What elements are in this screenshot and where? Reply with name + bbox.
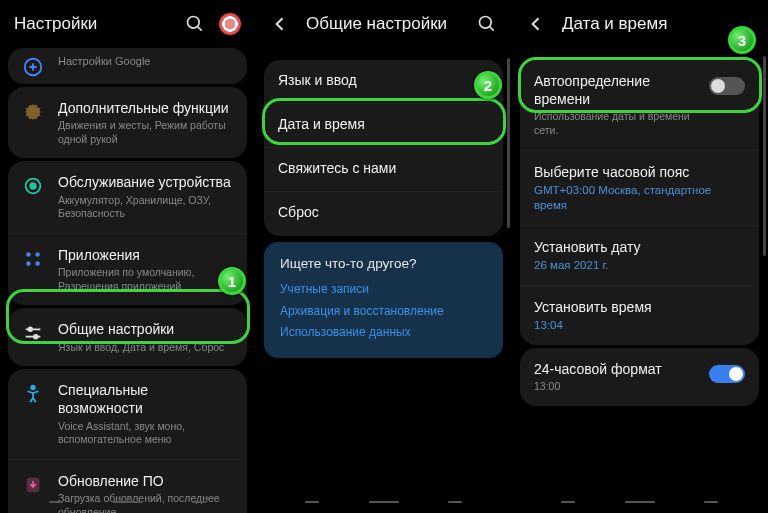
card-advanced[interactable]: Дополнительные функцииДвижения и жесты, … xyxy=(8,87,247,158)
toggle-24h[interactable] xyxy=(709,365,745,383)
row-device-care[interactable]: Обслуживание устройстваАккумулятор, Хран… xyxy=(8,161,247,233)
svg-point-11 xyxy=(28,328,32,332)
card-dt-main: Автоопределение времениИспользование дат… xyxy=(520,60,759,345)
svg-point-4 xyxy=(30,184,36,190)
row-sub: Voice Assistant, звук моно, вспомогатель… xyxy=(58,420,233,447)
sliders-icon xyxy=(22,322,44,344)
back-icon[interactable] xyxy=(270,14,290,34)
row-title: 24-часовой формат xyxy=(534,360,709,378)
nav-bar[interactable] xyxy=(0,491,255,513)
row-sub: Использование даты и времени сети. xyxy=(534,110,709,137)
row-accessibility[interactable]: Специальные возможностиVoice Assistant, … xyxy=(8,369,247,460)
accessibility-icon xyxy=(22,383,44,405)
row-set-time[interactable]: Установить время13:04 xyxy=(520,286,759,345)
row-title: Выберите часовой пояс xyxy=(534,163,745,181)
suggest-heading: Ищете что-то другое? xyxy=(280,256,487,271)
row-title: Приложения xyxy=(58,246,233,264)
card-google[interactable]: Настройки Google xyxy=(8,48,247,84)
svg-point-7 xyxy=(26,261,31,266)
row-sub: Движения и жесты, Режим работы одной рук… xyxy=(58,119,233,146)
panel-settings: Настройки Настройки Google Дополнительны… xyxy=(0,0,256,513)
card-dt-format: 24-часовой формат13:00 xyxy=(520,348,759,406)
card-general[interactable]: Общие настройкиЯзык и ввод, Дата и время… xyxy=(8,308,247,366)
row-timezone[interactable]: Выберите часовой поясGMT+03:00 Москва, с… xyxy=(520,151,759,226)
row-language[interactable]: Язык и ввод xyxy=(264,60,503,104)
svg-line-1 xyxy=(198,27,202,31)
suggest-link[interactable]: Использование данных xyxy=(280,322,487,344)
row-sub: GMT+03:00 Москва, стандартное время xyxy=(534,183,745,213)
row-title: Настройки Google xyxy=(58,54,233,68)
header-title: Общие настройки xyxy=(306,14,477,34)
row-auto-time[interactable]: Автоопределение времениИспользование дат… xyxy=(520,60,759,151)
target-icon xyxy=(22,175,44,197)
panel-datetime: Дата и время Автоопределение времениИспо… xyxy=(512,0,768,513)
row-title: Дата и время xyxy=(278,115,489,133)
svg-point-13 xyxy=(31,386,35,390)
row-reset[interactable]: Сброс xyxy=(264,192,503,236)
svg-point-8 xyxy=(35,261,40,266)
row-title: Дополнительные функции xyxy=(58,99,233,117)
toggle-auto-time[interactable] xyxy=(709,77,745,95)
suggest-link[interactable]: Учетные записи xyxy=(280,279,487,301)
row-title: Специальные возможности xyxy=(58,381,233,417)
row-title: Автоопределение времени xyxy=(534,72,709,108)
row-title: Язык и ввод xyxy=(278,71,489,89)
row-title: Общие настройки xyxy=(58,320,233,338)
svg-point-6 xyxy=(35,252,40,257)
svg-point-0 xyxy=(188,17,200,29)
nav-bar[interactable] xyxy=(512,491,767,513)
svg-point-16 xyxy=(480,17,492,29)
svg-line-17 xyxy=(490,27,494,31)
row-apps[interactable]: ПриложенияПриложения по умолчанию, Разре… xyxy=(8,234,247,305)
gear-icon xyxy=(22,101,44,123)
row-datetime[interactable]: Дата и время xyxy=(264,104,503,148)
row-title: Установить время xyxy=(534,298,745,316)
search-icon[interactable] xyxy=(477,14,497,34)
row-sub: 26 мая 2021 г. xyxy=(534,258,745,273)
search-icon[interactable] xyxy=(185,14,205,34)
scrollbar[interactable] xyxy=(507,58,510,228)
panel-general: Общие настройки Язык и ввод Дата и время… xyxy=(256,0,512,513)
row-sub: Приложения по умолчанию, Разрешения прил… xyxy=(58,266,233,293)
row-sub: Язык и ввод, Дата и время, Сброс xyxy=(58,341,233,355)
svg-point-5 xyxy=(26,252,31,257)
avatar[interactable] xyxy=(219,13,241,35)
svg-point-12 xyxy=(34,335,38,339)
apps-icon xyxy=(22,248,44,270)
card-care: Обслуживание устройстваАккумулятор, Хран… xyxy=(8,161,247,305)
row-sub: Аккумулятор, Хранилище, ОЗУ, Безопасност… xyxy=(58,194,233,221)
scrollbar[interactable] xyxy=(763,56,766,256)
step-badge-1: 1 xyxy=(218,267,246,295)
header-title: Дата и время xyxy=(562,14,753,34)
row-title: Сброс xyxy=(278,203,489,221)
row-set-date[interactable]: Установить дату26 мая 2021 г. xyxy=(520,226,759,286)
back-icon[interactable] xyxy=(526,14,546,34)
google-icon xyxy=(22,56,44,78)
row-title: Свяжитесь с нами xyxy=(278,159,489,177)
row-sub: 13:04 xyxy=(534,318,745,333)
nav-bar[interactable] xyxy=(256,491,511,513)
header-title: Настройки xyxy=(14,14,185,34)
step-badge-3: 3 xyxy=(728,26,756,54)
suggest-link[interactable]: Архивация и восстановление xyxy=(280,301,487,323)
card-general-items: Язык и ввод Дата и время Свяжитесь с нам… xyxy=(264,60,503,236)
row-sub: 13:00 xyxy=(534,380,709,394)
row-title: Обслуживание устройства xyxy=(58,173,233,191)
row-title: Установить дату xyxy=(534,238,745,256)
header-settings: Настройки xyxy=(0,0,255,48)
row-24h[interactable]: 24-часовой формат13:00 xyxy=(520,348,759,406)
step-badge-2: 2 xyxy=(474,71,502,99)
row-title: Обновление ПО xyxy=(58,472,233,490)
suggest-card: Ищете что-то другое? Учетные записи Архи… xyxy=(264,242,503,358)
header-general: Общие настройки xyxy=(256,0,511,48)
row-contact[interactable]: Свяжитесь с нами xyxy=(264,148,503,192)
